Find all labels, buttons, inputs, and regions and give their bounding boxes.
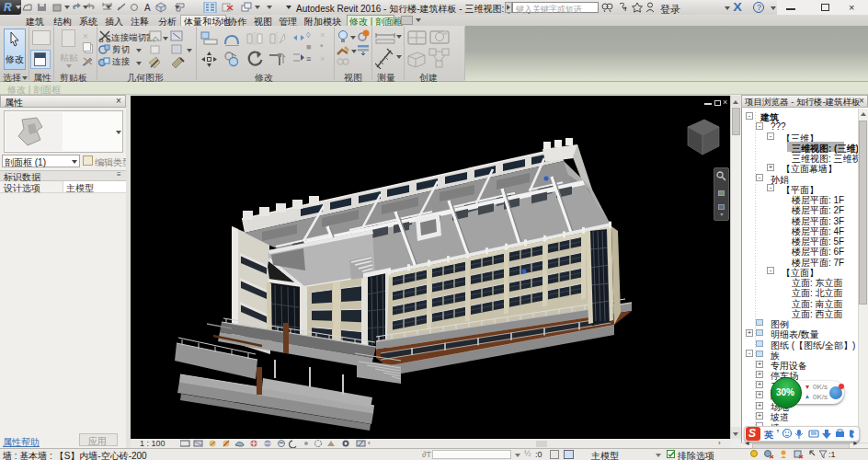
- svg-text:A: A: [144, 3, 151, 13]
